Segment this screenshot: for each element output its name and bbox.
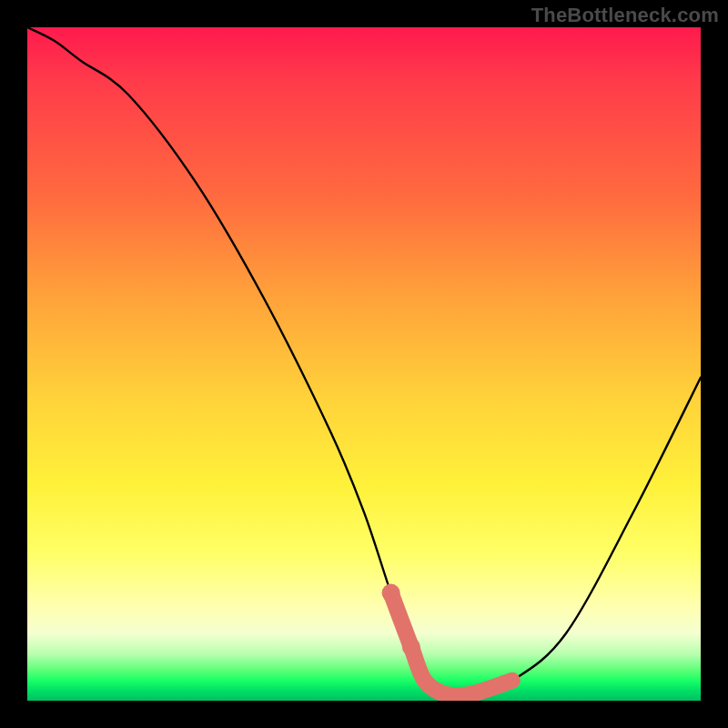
highlight-dot-start <box>382 584 400 602</box>
watermark-text: TheBottleneck.com <box>531 4 719 27</box>
curve-layer <box>27 27 701 701</box>
chart-frame: TheBottleneck.com <box>0 0 728 728</box>
bottleneck-curve <box>27 27 701 695</box>
plot-area <box>27 27 701 701</box>
highlight-dot-mid <box>402 638 420 656</box>
